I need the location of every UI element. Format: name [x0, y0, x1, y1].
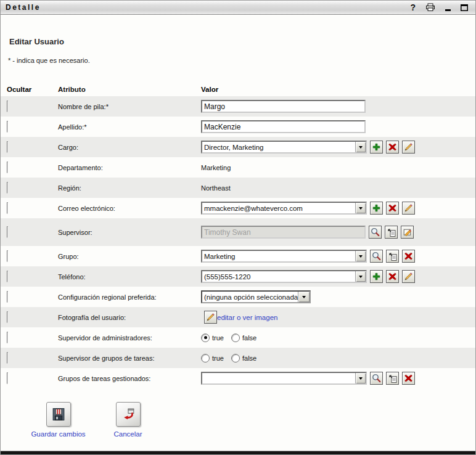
print-icon — [425, 3, 435, 12]
chevron-down-icon — [302, 296, 306, 300]
new-object-icon — [388, 374, 397, 383]
attribute-label: Grupos de tareas gestionados: — [58, 375, 150, 382]
required-note: * - indica que es necesario. — [8, 57, 475, 64]
column-header-value: Valor — [201, 86, 475, 93]
edit-button[interactable] — [402, 141, 415, 154]
maximize-button[interactable] — [461, 2, 468, 12]
search-button[interactable] — [370, 250, 383, 263]
attribute-label: Región: — [58, 184, 81, 192]
hide-admin-supervisor-checkbox[interactable] — [7, 332, 8, 343]
cancel-button[interactable]: Cancelar — [99, 402, 157, 438]
attribute-label: Supervidor de administradores: — [58, 334, 152, 342]
page-title: Editar Usuario — [9, 37, 475, 46]
title-combobox[interactable]: Director, Marketing — [201, 141, 367, 154]
edit-or-view-image-link[interactable]: editar o ver imagen — [217, 314, 277, 321]
delete-button[interactable] — [402, 372, 415, 385]
group-combobox[interactable]: Marketing — [201, 250, 367, 263]
new-object-button[interactable] — [385, 226, 398, 239]
managed-task-groups-combobox[interactable] — [201, 372, 367, 385]
add-button[interactable] — [370, 141, 383, 154]
edit-button[interactable] — [402, 202, 415, 215]
attribute-label: Cargo: — [58, 144, 78, 151]
email-row: Correo electrónico:mmackenzie@whateverco… — [1, 198, 475, 218]
attribute-label: Correo electrónico: — [58, 205, 115, 212]
delete-icon — [388, 273, 396, 281]
hide-title-checkbox[interactable] — [7, 141, 8, 153]
task-group-supervisor-radio-false[interactable] — [231, 354, 240, 363]
region-value: Northeast — [201, 184, 231, 192]
add-button[interactable] — [370, 202, 383, 215]
last-name-input[interactable] — [201, 120, 366, 133]
hide-last-name-checkbox[interactable] — [7, 121, 8, 133]
group-row: Grupo:Marketing — [1, 246, 475, 266]
hide-email-checkbox[interactable] — [7, 202, 8, 214]
hide-preferred-locale-checkbox[interactable] — [7, 291, 8, 303]
search-button[interactable] — [369, 226, 382, 239]
dropdown-arrow-button[interactable] — [355, 142, 366, 152]
add-button[interactable] — [370, 270, 383, 283]
hide-first-name-checkbox[interactable] — [7, 100, 8, 112]
delete-icon — [388, 143, 396, 151]
add-icon — [372, 143, 380, 151]
preferred-locale-select[interactable]: (ninguna opción seleccionada) — [201, 290, 311, 303]
first-name-input[interactable] — [201, 100, 366, 113]
telephone-value: (555)555-1220 — [202, 273, 355, 281]
dropdown-arrow-button[interactable] — [298, 292, 310, 302]
help-button[interactable]: ? — [410, 2, 416, 12]
delete-button[interactable] — [386, 141, 399, 154]
email-value: mmackenzie@whateverco.com — [202, 205, 355, 212]
new-object-button[interactable] — [386, 372, 399, 385]
task-group-supervisor-radio-true[interactable] — [201, 354, 210, 363]
attribute-label: Teléfono: — [58, 273, 86, 281]
manager-input[interactable] — [201, 226, 366, 239]
print-button[interactable] — [425, 2, 435, 12]
department-row: Departamento:Marketing — [1, 157, 475, 178]
hide-managed-task-groups-checkbox[interactable] — [7, 372, 8, 384]
department-value: Marketing — [201, 164, 231, 171]
edit-page-button[interactable] — [401, 226, 414, 239]
hide-user-photo-checkbox[interactable] — [7, 311, 8, 323]
dropdown-arrow-button[interactable] — [355, 271, 366, 282]
user-photo-row: Fotografía del usuario:editar o ver imag… — [1, 307, 475, 327]
new-object-button[interactable] — [386, 250, 399, 263]
delete-icon — [404, 374, 412, 382]
edit-icon — [404, 204, 412, 212]
minimize-button[interactable] — [445, 2, 451, 12]
save-icon — [51, 406, 67, 422]
hide-telephone-checkbox[interactable] — [7, 271, 8, 282]
telephone-combobox[interactable]: (555)555-1220 — [201, 270, 367, 283]
add-icon — [372, 273, 380, 281]
admin-supervisor-radio-false[interactable] — [231, 334, 240, 342]
minimize-icon — [445, 9, 451, 11]
group-value: Marketing — [202, 253, 355, 260]
hide-region-checkbox[interactable] — [7, 182, 8, 194]
save-button[interactable]: Guardar cambios — [29, 402, 88, 438]
admin-supervisor-radio-true[interactable] — [201, 334, 210, 342]
cancel-button-label: Cancelar — [113, 430, 142, 438]
delete-button[interactable] — [386, 202, 399, 215]
cancel-icon — [120, 406, 136, 422]
delete-button[interactable] — [386, 270, 399, 283]
email-combobox[interactable]: mmackenzie@whateverco.com — [201, 202, 367, 215]
attribute-label: Apellido:* — [58, 123, 86, 131]
attribute-label: Supervisor de grupos de tareas: — [58, 355, 155, 362]
dropdown-arrow-button[interactable] — [355, 251, 366, 261]
hide-group-checkbox[interactable] — [7, 250, 8, 262]
hide-manager-checkbox[interactable] — [7, 226, 8, 238]
dropdown-arrow-button[interactable] — [355, 203, 366, 213]
save-button-label: Guardar cambios — [31, 430, 85, 438]
delete-button[interactable] — [402, 250, 415, 263]
dropdown-arrow-button[interactable] — [355, 373, 366, 383]
search-button[interactable] — [370, 372, 383, 385]
hide-task-group-supervisor-checkbox[interactable] — [7, 352, 8, 364]
hide-department-checkbox[interactable] — [7, 162, 8, 173]
title-row: Cargo:Director, Marketing — [1, 137, 475, 157]
delete-icon — [404, 252, 412, 260]
task-group-supervisor-radio-label: true — [212, 355, 224, 362]
column-header-hide: Ocultar — [1, 86, 58, 93]
preferred-locale-value: (ninguna opción seleccionada) — [202, 293, 298, 301]
attribute-label: Configuración regional preferida: — [58, 293, 157, 301]
edit-button[interactable] — [204, 311, 217, 324]
new-object-icon — [387, 228, 396, 237]
edit-button[interactable] — [402, 270, 415, 283]
